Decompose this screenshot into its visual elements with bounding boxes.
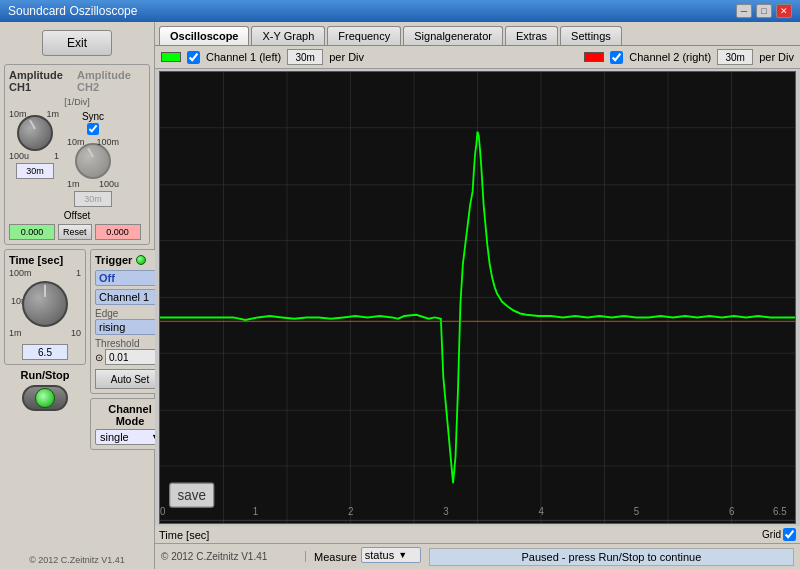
time-label-br: 10 [71, 328, 81, 338]
ch1-per-div-label: per Div [329, 51, 364, 63]
ch1-knob-label-bl: 100u [9, 151, 29, 161]
svg-text:3: 3 [443, 506, 449, 517]
reset-button[interactable]: Reset [58, 224, 92, 240]
ch1-amplitude-knob[interactable] [17, 115, 53, 151]
ch2-visible-checkbox[interactable] [610, 51, 623, 64]
time-label-tl: 100m [9, 268, 32, 278]
trigger-edge-type: rising [99, 321, 125, 333]
trigger-off-label: Off [99, 272, 115, 284]
threshold-input[interactable] [105, 349, 159, 365]
grid-check-wrap: Grid [762, 528, 796, 541]
app-title: Soundcard Oszilloscope [8, 4, 137, 18]
ch2-per-div-label: per Div [759, 51, 794, 63]
exit-button[interactable]: Exit [42, 30, 112, 56]
measure-section: Measure status ▼ [306, 547, 429, 566]
grid-label: Grid [762, 529, 781, 540]
main-layout: Exit Amplitude CH1 Amplitude CH2 [1/Div]… [0, 22, 800, 569]
tab-xy-graph[interactable]: X-Y Graph [251, 26, 325, 45]
runstop-section: Run/Stop [4, 367, 86, 417]
trigger-channel-label: Channel 1 [99, 291, 149, 303]
sync-label-wrap: Sync [82, 109, 104, 123]
ch2-knob-label-bl: 1m [67, 179, 80, 189]
svg-text:6.5: 6.5 [773, 506, 787, 517]
ch2-channel-label: Channel 2 (right) [629, 51, 711, 63]
ch1-knob-labels: 10m 1m 100u 1 [9, 109, 61, 161]
svg-text:6: 6 [729, 506, 735, 517]
time-label-bl: 1m [9, 328, 22, 338]
svg-text:save: save [178, 487, 207, 504]
ch1-offset-input[interactable] [9, 224, 55, 240]
close-button[interactable]: ✕ [776, 4, 792, 18]
time-value-input[interactable] [22, 344, 68, 360]
ch1-sync-row [16, 163, 54, 179]
ch1-visible-checkbox[interactable] [187, 51, 200, 64]
amplitude-title: Amplitude CH1 Amplitude CH2 [9, 69, 145, 93]
right-panel: Oscilloscope X-Y Graph Frequency Signalg… [155, 22, 800, 569]
ch1-color-indicator [161, 52, 181, 62]
offset-label: Offset [9, 210, 145, 221]
grid-checkbox[interactable] [783, 528, 796, 541]
time-section: Time [sec] 100m 1 1m 10 10m [4, 249, 86, 365]
svg-text:5: 5 [634, 506, 640, 517]
amplitude-section: Amplitude CH1 Amplitude CH2 [1/Div] 10m … [4, 64, 150, 245]
time-runstop-col: Time [sec] 100m 1 1m 10 10m Run/Stop [4, 249, 86, 450]
ch2-per-div-display[interactable] [717, 49, 753, 65]
trigger-led [136, 255, 146, 265]
scope-display: save 0 1 2 3 4 5 6 6.5 [159, 71, 796, 524]
ch1-knob-label-mid: 1m [46, 109, 59, 119]
ch2-knob-label-br: 100u [99, 179, 119, 189]
titlebar: Soundcard Oszilloscope ─ □ ✕ [0, 0, 800, 22]
sync-checkbox[interactable] [87, 123, 99, 135]
svg-text:2: 2 [348, 506, 354, 517]
trigger-label: Trigger [95, 254, 132, 266]
statusbar-copyright: © 2012 C.Zeitnitz V1.41 [161, 551, 306, 562]
ch2-per-div-input[interactable] [74, 191, 112, 207]
amplitude-knobs: 10m 1m 100u 1 Sync [9, 109, 145, 207]
ch1-knob-container: 10m 1m 100u 1 [9, 109, 61, 179]
tab-extras[interactable]: Extras [505, 26, 558, 45]
ch2-knob-labels: 10m 100m 1m 100u [67, 137, 119, 189]
tab-frequency[interactable]: Frequency [327, 26, 401, 45]
unit-label: [1/Div] [9, 97, 145, 107]
statusbar: © 2012 C.Zeitnitz V1.41 Measure status ▼… [155, 543, 800, 569]
ch1-knob-label-br: 1 [54, 151, 59, 161]
status-message: Paused - press Run/Stop to continue [429, 548, 794, 566]
svg-text:1: 1 [253, 506, 259, 517]
sync-label: Sync [82, 111, 104, 122]
threshold-icon: ⊙ [95, 352, 103, 363]
ch2-offset-input[interactable] [95, 224, 141, 240]
ch2-amplitude-knob[interactable] [75, 143, 111, 179]
measure-arrow-icon: ▼ [398, 550, 407, 560]
scope-bottom: Time [sec] Grid [155, 526, 800, 543]
time-knob[interactable] [22, 281, 68, 327]
measure-value: status [365, 549, 394, 561]
ch1-channel-label: Channel 1 (left) [206, 51, 281, 63]
maximize-button[interactable]: □ [756, 4, 772, 18]
ch2-sync-row [74, 191, 112, 207]
svg-text:4: 4 [539, 506, 545, 517]
ch1-per-div-input[interactable] [16, 163, 54, 179]
scope-svg: save 0 1 2 3 4 5 6 6.5 [160, 72, 795, 523]
copyright-label: © 2012 C.Zeitnitz V1.41 [4, 553, 150, 565]
time-axis-label: Time [sec] [159, 529, 209, 541]
runstop-indicator [35, 388, 55, 408]
ch1-per-div-display[interactable] [287, 49, 323, 65]
titlebar-controls: ─ □ ✕ [736, 4, 792, 18]
measure-dropdown[interactable]: status ▼ [361, 547, 421, 563]
tab-settings[interactable]: Settings [560, 26, 622, 45]
sync-check-row [87, 123, 99, 135]
minimize-button[interactable]: ─ [736, 4, 752, 18]
tab-oscilloscope[interactable]: Oscilloscope [159, 26, 249, 45]
tab-signalgenerator[interactable]: Signalgenerator [403, 26, 503, 45]
runstop-button[interactable] [22, 385, 68, 411]
ch2-color-indicator [584, 52, 604, 62]
left-lower: Time [sec] 100m 1 1m 10 10m Run/Stop [4, 249, 150, 450]
tabs-bar: Oscilloscope X-Y Graph Frequency Signalg… [155, 22, 800, 46]
channel-mode-value: single [100, 431, 129, 443]
offset-row: Reset [9, 224, 145, 240]
amplitude-ch2-label: Amplitude CH2 [77, 69, 145, 93]
ch2-knob-container: Sync 10m 100m 1m 100u [67, 109, 119, 207]
channel-bar: Channel 1 (left) per Div Channel 2 (righ… [155, 46, 800, 69]
measure-label: Measure [314, 551, 357, 563]
svg-text:0: 0 [160, 506, 166, 517]
